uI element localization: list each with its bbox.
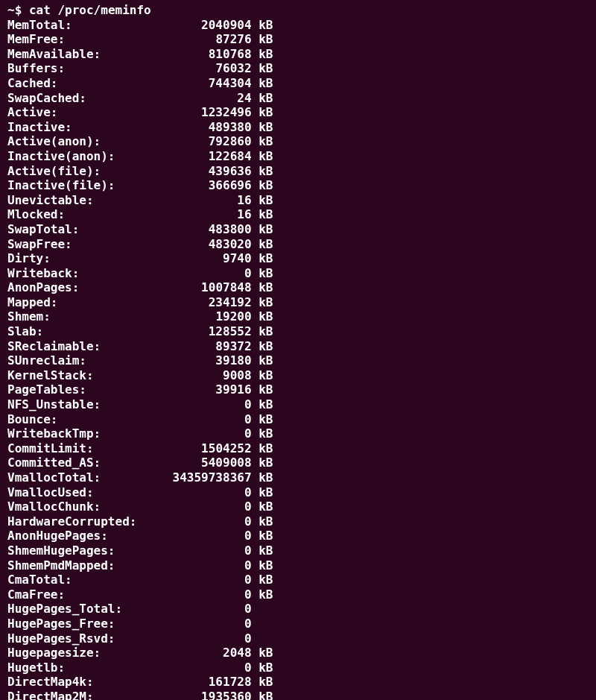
meminfo-key: Unevictable (7, 193, 86, 207)
meminfo-value: 0 (244, 412, 252, 426)
meminfo-value: 39916 (215, 382, 251, 397)
meminfo-line: Dirty: 9740 kB (7, 251, 273, 265)
meminfo-key: Slab (7, 324, 37, 338)
meminfo-line: Hugepagesize: 2048 kB (7, 646, 273, 660)
meminfo-line: SwapCached: 24 kB (7, 91, 273, 105)
meminfo-value: 0 (244, 558, 252, 573)
meminfo-key: MemFree (7, 32, 57, 46)
meminfo-value: 0 (244, 602, 252, 616)
meminfo-key: Dirty (7, 251, 43, 265)
meminfo-key: MemTotal (7, 18, 65, 32)
meminfo-line: DirectMap4k: 161728 kB (7, 675, 273, 689)
meminfo-line: HugePages_Rsvd: 0 (7, 631, 252, 646)
meminfo-value: 0 (244, 485, 252, 499)
meminfo-unit: kB (259, 164, 273, 178)
meminfo-line: AnonHugePages: 0 kB (7, 529, 273, 543)
meminfo-value: 0 (244, 426, 252, 441)
meminfo-unit: kB (259, 193, 273, 207)
meminfo-line: Unevictable: 16 kB (7, 193, 273, 207)
meminfo-value: 1007848 (201, 280, 251, 294)
prompt-cwd: ~ (7, 3, 15, 17)
meminfo-key: SwapFree (7, 237, 65, 251)
meminfo-unit: kB (259, 558, 273, 573)
meminfo-line: VmallocUsed: 0 kB (7, 485, 273, 499)
meminfo-key: Bounce (7, 412, 51, 426)
meminfo-key: HugePages_Rsvd (7, 631, 108, 646)
meminfo-unit: kB (259, 295, 273, 309)
meminfo-key: VmallocTotal (7, 470, 94, 485)
meminfo-key: AnonHugePages (7, 529, 101, 543)
meminfo-unit: kB (259, 397, 273, 412)
meminfo-key: AnonPages (7, 280, 72, 294)
meminfo-key: Shmem (7, 309, 43, 324)
meminfo-value: 76032 (215, 61, 251, 75)
meminfo-unit: kB (259, 660, 273, 675)
meminfo-unit: kB (259, 573, 273, 587)
meminfo-line: VmallocChunk: 0 kB (7, 499, 273, 514)
meminfo-value: 89372 (215, 339, 251, 353)
meminfo-line: MemAvailable: 810768 kB (7, 47, 273, 61)
meminfo-unit: kB (259, 280, 273, 294)
meminfo-key: Inactive(file) (7, 178, 108, 192)
meminfo-line: NFS_Unstable: 0 kB (7, 397, 273, 412)
meminfo-line: HardwareCorrupted: 0 kB (7, 514, 273, 529)
meminfo-line: DirectMap2M: 1935360 kB (7, 690, 273, 700)
meminfo-unit: kB (259, 309, 273, 324)
meminfo-line: MemFree: 87276 kB (7, 32, 273, 46)
meminfo-key: HardwareCorrupted (7, 514, 130, 529)
meminfo-key: NFS_Unstable (7, 397, 94, 412)
meminfo-value: 16 (237, 207, 251, 221)
meminfo-line: WritebackTmp: 0 kB (7, 426, 273, 441)
meminfo-value: 122684 (209, 149, 252, 163)
meminfo-unit: kB (259, 353, 273, 368)
meminfo-unit: kB (259, 105, 273, 119)
meminfo-unit: kB (259, 251, 273, 265)
meminfo-line: Inactive(file): 366696 kB (7, 178, 273, 192)
meminfo-value: 0 (244, 573, 252, 587)
meminfo-key: Buffers (7, 61, 57, 75)
meminfo-value: 9740 (223, 251, 252, 265)
meminfo-key: KernelStack (7, 368, 86, 382)
meminfo-line: Writeback: 0 kB (7, 266, 273, 280)
meminfo-value: 744304 (209, 76, 252, 90)
meminfo-key: ShmemPmdMapped (7, 558, 108, 573)
meminfo-key: WritebackTmp (7, 426, 94, 441)
terminal-window[interactable]: ~$ cat /proc/meminfo MemTotal: 2040904 k… (0, 0, 596, 700)
meminfo-unit: kB (259, 382, 273, 397)
meminfo-value: 792860 (209, 134, 252, 148)
meminfo-line: Hugetlb: 0 kB (7, 660, 273, 675)
meminfo-key: HugePages_Free (7, 617, 108, 631)
meminfo-line: Bounce: 0 kB (7, 412, 273, 426)
command-text: cat /proc/meminfo (29, 3, 151, 17)
meminfo-unit: kB (259, 646, 273, 660)
prompt-symbol: $ (15, 3, 22, 17)
meminfo-value: 1504252 (201, 441, 251, 455)
meminfo-unit: kB (259, 47, 273, 61)
meminfo-line: Mlocked: 16 kB (7, 207, 273, 221)
meminfo-unit: kB (259, 237, 273, 251)
meminfo-value: 1935360 (201, 690, 251, 700)
meminfo-key: VmallocUsed (7, 485, 86, 499)
meminfo-unit: kB (259, 266, 273, 280)
meminfo-value: 0 (244, 617, 252, 631)
meminfo-value: 16 (237, 193, 251, 207)
meminfo-value: 0 (244, 631, 252, 646)
meminfo-key: Active (7, 105, 51, 119)
meminfo-value: 483800 (209, 222, 252, 236)
meminfo-unit: kB (259, 32, 273, 46)
meminfo-key: Mapped (7, 295, 51, 309)
meminfo-value: 0 (244, 499, 252, 514)
meminfo-line: SwapFree: 483020 kB (7, 237, 273, 251)
meminfo-unit: kB (259, 149, 273, 163)
meminfo-key: Inactive (7, 120, 65, 134)
meminfo-line: SReclaimable: 89372 kB (7, 339, 273, 353)
meminfo-line: Active(file): 439636 kB (7, 164, 273, 178)
meminfo-line: Shmem: 19200 kB (7, 309, 273, 324)
meminfo-value: 483020 (209, 237, 252, 251)
meminfo-key: Writeback (7, 266, 72, 280)
command-output: MemTotal: 2040904 kB MemFree: 87276 kB M… (7, 18, 273, 700)
meminfo-line: Cached: 744304 kB (7, 76, 273, 90)
meminfo-value: 234192 (209, 295, 252, 309)
meminfo-line: SwapTotal: 483800 kB (7, 222, 273, 236)
meminfo-unit: kB (259, 470, 273, 485)
